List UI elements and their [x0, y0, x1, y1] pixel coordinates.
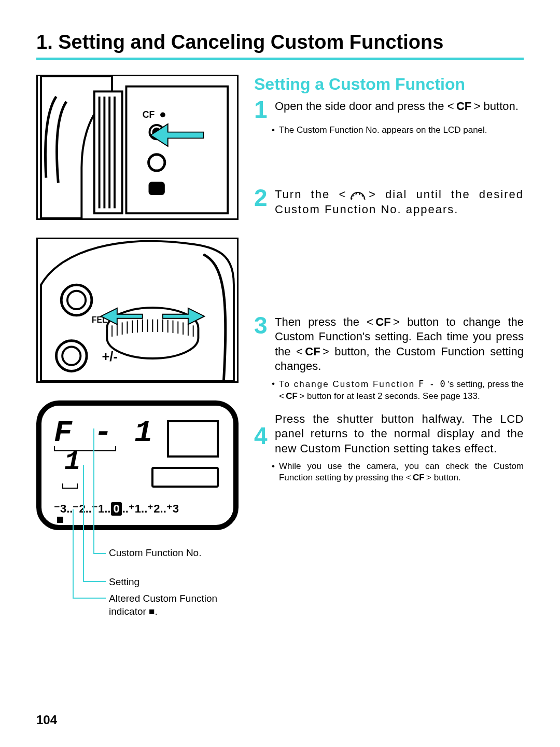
step-text: Turn the < > dial until the desired Cust… [275, 187, 524, 217]
step-1: 1 Open the side door and press the < CF … [254, 99, 524, 136]
leader-line [73, 509, 74, 598]
svg-rect-9 [149, 183, 163, 195]
title-rule [36, 58, 524, 60]
figure-side-door: CF [36, 75, 239, 220]
svg-point-8 [149, 155, 165, 171]
svg-text:CF: CF [143, 109, 155, 120]
leader-line [73, 598, 106, 599]
step-number: 4 [254, 425, 271, 457]
step-3: 3 Then press the < CF > button to change… [254, 315, 524, 403]
indicator-square-icon [57, 517, 63, 523]
lcd-box-icon [167, 420, 219, 458]
svg-line-37 [356, 193, 357, 195]
bracket-icon [62, 483, 78, 489]
step-bullet: • To change Custom Function F - 0 's set… [272, 378, 524, 403]
step-bullet: • While you use the camera, you can chec… [272, 461, 524, 485]
step-2: 2 Turn the < > dial until the desired Cu… [254, 187, 524, 217]
leader-line [93, 428, 94, 553]
step-number: 1 [254, 99, 271, 120]
step-number: 3 [254, 315, 271, 374]
step-text: Press the shutter button halfway. The LC… [275, 412, 524, 457]
content-area: CF FEL [36, 75, 524, 636]
section-subheading: Setting a Custom Function [254, 75, 524, 94]
callout-group: Custom Function No. Setting Altered Cust… [36, 543, 239, 636]
step-bullet: •The Custom Function No. appears on the … [272, 125, 524, 136]
right-column: Setting a Custom Function 1 Open the sid… [254, 75, 524, 636]
lcd-box-icon [151, 467, 219, 488]
callout-cf-no: Custom Function No. [109, 547, 201, 560]
camera-side-illustration: CF [38, 76, 237, 218]
left-column: CF FEL [36, 75, 239, 636]
dial-icon [350, 191, 366, 200]
leader-line [83, 581, 106, 582]
page-title: 1. Setting and Canceling Custom Function… [36, 31, 524, 53]
figure-dial: FEL +/- [36, 238, 239, 383]
svg-line-38 [359, 193, 360, 195]
step-text: Open the side door and press the < CF > … [275, 99, 524, 120]
callout-setting: Setting [109, 576, 139, 589]
figure-lcd-panel: F - 1 1 ⁻3..⁻2..⁻1..0..⁺1..⁺2..⁺3 [36, 400, 239, 530]
svg-point-11 [160, 112, 165, 117]
callout-indicator: Altered Custom Function indicator ■. [109, 592, 228, 618]
svg-rect-5 [126, 87, 228, 214]
bracket-icon [54, 446, 116, 451]
svg-text:+/-: +/- [102, 349, 118, 364]
leader-line [83, 465, 84, 581]
leader-line [93, 553, 106, 554]
step-number: 2 [254, 187, 271, 217]
step-4: 4 Press the shutter button halfway. The … [254, 412, 524, 485]
camera-top-illustration: FEL +/- [38, 239, 237, 381]
page-number: 104 [36, 713, 57, 727]
step-text: Then press the < CF > button to change t… [275, 315, 524, 374]
